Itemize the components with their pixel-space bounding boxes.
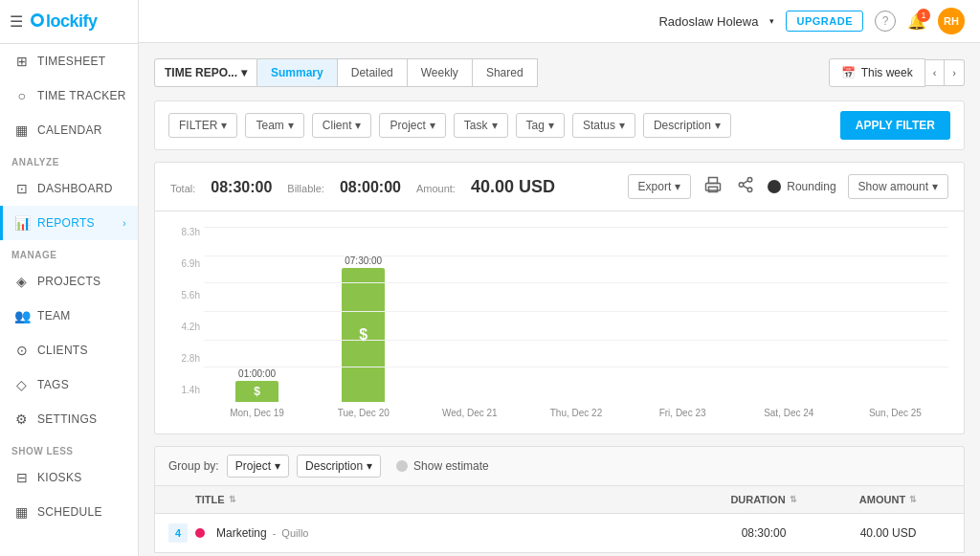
tag-label: Tag [526,119,545,132]
client-filter-button[interactable]: Client ▾ [312,113,372,138]
time-repo-label: TIME REPO... [165,66,237,79]
bar-group-tue: 07:30:00 $ Tue, Dec 20 [310,250,416,418]
col-duration-header[interactable]: DURATION ⇅ [702,494,826,505]
share-button[interactable] [735,174,756,199]
y-label-1: 8.3h [170,227,204,237]
sidebar-item-tags[interactable]: ◇ TAGS [0,367,138,402]
bar-tue[interactable]: $ [342,268,385,402]
sidebar-item-calendar[interactable]: ▦ CALENDAR [0,113,138,147]
sidebar-item-timesheet[interactable]: ⊞ TIMESHEET [0,44,138,78]
row-name: Marketing - Quillo [195,526,702,540]
groupby-project-caret: ▾ [275,459,280,473]
rounding-toggle-dot[interactable] [768,180,781,193]
tag-filter-button[interactable]: Tag ▾ [516,113,565,138]
bar-x-label-wed: Wed, Dec 21 [442,408,498,418]
col-title-header[interactable]: TITLE ⇅ [195,494,702,505]
groupby-description-caret: ▾ [367,459,372,473]
groupby-description-select[interactable]: Description ▾ [297,455,381,478]
svg-point-4 [739,183,744,188]
chart-area: 8.3h 6.9h 5.6h 4.2h 2.8h 1.4h [154,211,965,434]
tag-caret-icon: ▾ [548,119,554,132]
row-client-name: - [273,527,277,539]
sidebar-item-label: KIOSKS [37,471,81,484]
sidebar-item-label: PROJECTS [37,275,100,288]
sidebar-item-clients[interactable]: ⊙ CLIENTS [0,333,138,367]
col-amount-header[interactable]: AMOUNT ⇅ [826,494,950,505]
groupby-description-label: Description [305,459,363,473]
description-filter-button[interactable]: Description ▾ [643,113,731,138]
bar-x-label-thu: Thu, Dec 22 [550,408,602,418]
print-button[interactable] [702,174,724,199]
table-row: 4 Marketing - Quillo 08:30:00 40.00 USD [154,514,965,553]
team-caret-icon: ▾ [288,119,294,132]
show-estimate-toggle[interactable]: Show estimate [396,459,489,473]
task-filter-button[interactable]: Task ▾ [454,113,508,138]
export-button[interactable]: Export ▾ [628,174,692,199]
manage-section-label: MANAGE [0,240,138,264]
bar-x-label-sun: Sun, Dec 25 [869,408,922,418]
filter-button[interactable]: FILTER ▾ [168,113,237,138]
team-filter-button[interactable]: Team ▾ [245,113,303,138]
apply-filter-button[interactable]: APPLY FILTER [840,111,950,140]
sidebar-item-projects[interactable]: ◈ PROJECTS [0,264,138,299]
project-filter-button[interactable]: Project ▾ [379,113,445,138]
user-caret-icon[interactable]: ▾ [769,16,774,26]
bar-mon[interactable]: $ [235,381,278,402]
show-less-label[interactable]: SHOW LESS [0,436,138,460]
y-label-4: 4.2h [170,322,204,332]
bar-group-fri: Fri, Dec 23 [630,250,736,418]
title-sort-icon: ⇅ [229,495,236,504]
bar-dollar-tue: $ [359,326,368,344]
description-label: Description [654,119,711,132]
sidebar-item-schedule[interactable]: ▦ SCHEDULE [0,495,138,529]
prev-week-button[interactable]: ‹ [925,59,946,86]
sidebar-item-label: TEAM [37,309,71,322]
tab-summary[interactable]: Summary [257,58,338,87]
sidebar-item-settings[interactable]: ⚙ SETTINGS [0,402,138,436]
show-estimate-dot[interactable] [396,460,408,472]
bar-group-wed: Wed, Dec 21 [416,250,523,418]
analyze-section-label: ANALYZE [0,147,138,171]
groupby-project-select[interactable]: Project ▾ [227,455,289,478]
tab-shared[interactable]: Shared [473,58,538,87]
avatar[interactable]: RH [938,8,965,34]
svg-line-6 [744,186,748,189]
rounding-toggle[interactable]: Rounding [768,180,835,193]
sidebar-item-dashboard[interactable]: ⊡ DASHBOARD [0,171,138,206]
notifications-button[interactable]: 🔔 1 [907,12,926,31]
top-nav: Radoslaw Holewa ▾ UPGRADE ? 🔔 1 RH [139,0,980,43]
sidebar-item-team[interactable]: 👥 TEAM [0,299,138,333]
tab-detailed[interactable]: Detailed [338,58,408,87]
sidebar-item-reports[interactable]: 📊 REPORTS › [0,206,138,240]
date-box[interactable]: 📅 This week [829,58,925,87]
amount-label: Amount: [416,183,456,194]
row-client-value: Quillo [281,527,308,539]
calendar-icon: 📅 [841,66,856,79]
calendar-icon: ▦ [14,122,30,138]
sidebar-item-kiosks[interactable]: ⊟ KIOSKS [0,460,138,495]
sidebar-item-time-tracker[interactable]: ○ TIME TRACKER [0,78,138,113]
hamburger-icon[interactable]: ☰ [10,12,23,31]
svg-point-5 [747,188,752,192]
sidebar-item-label: TIMESHEET [37,55,105,68]
client-label: Client [323,119,352,132]
task-label: Task [464,119,488,132]
show-amount-button[interactable]: Show amount ▾ [848,174,948,199]
upgrade-button[interactable]: UPGRADE [786,11,863,32]
reports-icon: 📊 [14,215,30,231]
row-expand-button[interactable]: 4 [168,523,188,543]
help-icon[interactable]: ? [875,11,896,32]
next-week-button[interactable]: › [945,59,965,86]
amount-sort-icon: ⇅ [909,495,917,504]
y-label-3: 5.6h [170,290,204,300]
svg-rect-0 [709,178,718,184]
tabs-row: TIME REPO... ▾ Summary Detailed Weekly S… [154,58,965,87]
notification-badge: 1 [917,9,930,22]
status-filter-button[interactable]: Status ▾ [572,113,635,138]
time-report-button[interactable]: TIME REPO... ▾ [154,58,257,87]
tab-weekly[interactable]: Weekly [408,58,473,87]
sidebar-item-label: REPORTS [37,216,95,230]
show-amount-label: Show amount [858,180,928,193]
y-label-6: 1.4h [170,385,204,395]
show-amount-caret-icon: ▾ [932,180,938,193]
